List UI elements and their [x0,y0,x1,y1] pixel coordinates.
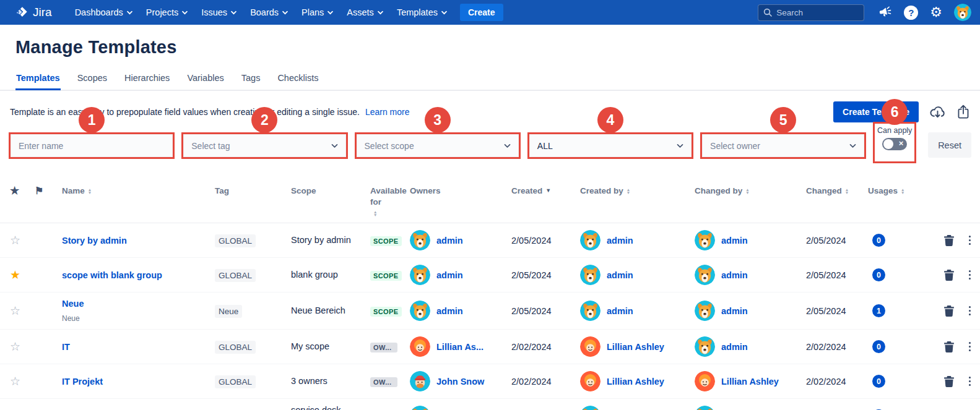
column-header[interactable]: Tag [215,186,272,197]
column-header[interactable]: Name [62,186,119,197]
nav-menu-item[interactable]: Templates [390,0,454,25]
column-header[interactable]: Usages [868,186,922,197]
changed-by-link[interactable]: admin [721,236,748,246]
jira-logo[interactable]: Jira [15,6,52,19]
changed-by-link[interactable]: admin [721,306,748,316]
tab[interactable]: Scopes [77,73,108,90]
tab[interactable]: Checklists [277,73,319,90]
tab-label: Scopes [77,73,107,83]
created-by-avatar [580,336,601,357]
changed-by-link[interactable]: admin [721,342,748,352]
user-avatar[interactable] [954,4,971,21]
more-actions-icon[interactable] [967,375,973,388]
column-header[interactable] [35,186,62,197]
tab[interactable]: Variables [186,73,224,90]
column-header[interactable]: Changed [806,186,863,197]
more-actions-icon[interactable] [967,268,973,281]
row-actions [922,375,980,388]
sort-indicator-icon [627,186,630,194]
search-box[interactable] [758,4,864,21]
star-icon [10,234,20,247]
tag-badge: GLOBAL [215,269,256,282]
scope-text: My scope [291,341,370,352]
star-cell[interactable] [10,374,35,388]
more-actions-icon[interactable] [967,304,973,317]
template-name-link[interactable]: IT Projekt [62,377,209,387]
name-filter-input[interactable] [11,134,173,157]
announcements-icon[interactable] [878,6,892,20]
column-header[interactable] [922,186,979,188]
nav-menu-item[interactable]: Projects [139,0,194,25]
table-row: scope with blank group GLOBAL blank grou… [0,258,980,293]
toggle-off-x-icon: × [899,139,904,148]
scope-text: Story by admin [291,234,370,246]
owner-link[interactable]: John Snow [436,377,484,387]
name-cell: scope with blank group [62,264,215,286]
template-name-link[interactable]: scope with blank group [62,270,209,280]
nav-menu-item[interactable]: Boards [243,0,295,25]
tab[interactable]: Templates [15,73,61,90]
help-icon[interactable]: ? [904,6,918,20]
star-cell[interactable] [10,304,35,318]
star-cell[interactable] [10,233,35,247]
import-templates-icon[interactable] [929,105,946,120]
created-by-link[interactable]: Lillian Ashley [607,342,664,352]
column-header[interactable] [10,186,35,197]
created-by-link[interactable]: admin [607,270,633,280]
usages-badge: 0 [872,340,885,353]
created-by-link[interactable]: Lillian Ashley [607,377,664,387]
column-header[interactable]: Owners [410,186,467,197]
changed-by-link[interactable]: admin [721,270,748,280]
gear-icon[interactable]: ⚙ [930,6,942,19]
star-icon [10,340,20,353]
owner-link[interactable]: admin [436,270,463,280]
nav-icon-group: ? ⚙ [878,4,971,21]
nav-menu-item-label: Dashboards [75,7,123,17]
column-header[interactable]: Changed by [695,186,752,197]
search-input[interactable] [776,8,851,17]
created-by-link[interactable]: admin [607,306,633,316]
star-cell[interactable] [10,340,35,354]
tag-badge: GLOBAL [215,234,256,247]
owner-link[interactable]: admin [436,306,463,316]
template-name-link[interactable]: IT [62,342,209,352]
can-apply-toggle[interactable]: × [882,138,907,150]
tab[interactable]: Tags [241,73,261,90]
nav-menu-item[interactable]: Plans [295,0,340,25]
learn-more-link[interactable]: Learn more [365,107,410,117]
scope-text: 3 owners [291,375,370,387]
more-actions-icon[interactable] [967,234,973,247]
delete-icon[interactable] [944,341,954,352]
tag-cell: GLOBAL [215,270,291,280]
column-header[interactable]: Created by [580,186,637,197]
jira-logo-text: Jira [33,6,52,19]
create-button[interactable]: Create [460,4,503,21]
star-cell[interactable] [10,268,35,282]
delete-icon[interactable] [944,376,954,387]
delete-icon[interactable] [944,270,954,281]
owner-link[interactable]: admin [436,236,463,246]
export-templates-icon[interactable] [956,105,970,119]
header-label: Scope [291,186,316,197]
column-header[interactable]: Available for [370,186,410,216]
reset-button[interactable]: Reset [928,132,971,158]
nav-menu-item[interactable]: Issues [194,0,243,25]
more-actions-icon[interactable] [967,340,973,353]
delete-icon[interactable] [944,305,954,317]
column-header[interactable]: Created [511,186,568,197]
created-by-link[interactable]: admin [607,236,633,246]
tag-filter-select[interactable]: Select tag [183,134,345,157]
column-header[interactable]: Scope [291,186,348,197]
delete-icon[interactable] [944,235,954,246]
nav-menu-item[interactable]: Assets [340,0,390,25]
callout-6: 6 [882,99,908,125]
template-name-link[interactable]: Neue [62,299,209,309]
scope-filter-select[interactable]: Select scope [357,134,519,157]
tab[interactable]: Hierarchies [124,73,170,90]
changed-by-link[interactable]: Lillian Ashley [721,377,779,387]
owner-link[interactable]: Lillian As... [436,342,483,352]
template-name-link[interactable]: Story by admin [62,236,209,246]
owner-filter-select[interactable]: Select owner [702,134,864,157]
type-filter-select[interactable]: ALL [529,134,692,157]
nav-menu-item[interactable]: Dashboards [68,0,139,25]
